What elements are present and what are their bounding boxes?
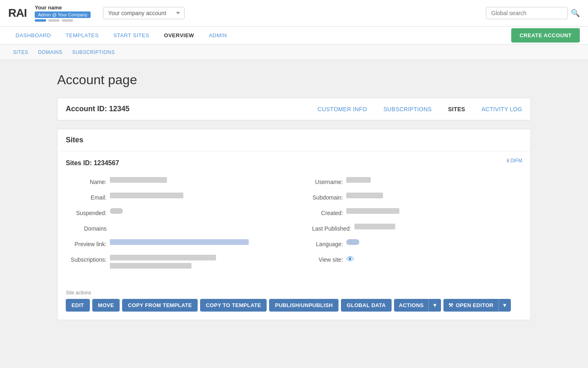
logo: RAI: [8, 7, 27, 20]
field-email-label: Email:: [66, 193, 107, 201]
move-button[interactable]: MOVE: [92, 299, 120, 312]
field-suspended-label: Suspended:: [66, 208, 107, 216]
field-language: Language:: [302, 239, 522, 247]
nav-dashboard[interactable]: DASHBOARD: [8, 27, 58, 43]
sites-card: Sites ii DIFM Sites ID: 1234567 Name:: [57, 129, 531, 320]
field-subscriptions: Subscriptions:: [66, 255, 286, 269]
tab-subscriptions[interactable]: SUBSCRIPTIONS: [383, 106, 432, 112]
nav-templates[interactable]: TEMPLATES: [58, 27, 106, 43]
user-badge: Admin @ Your Company: [35, 11, 91, 18]
field-language-label: Language:: [302, 239, 343, 247]
global-data-button[interactable]: GLOBAL DATA: [341, 299, 392, 312]
field-subscriptions-value: [110, 255, 286, 269]
user-info: Your name Admin @ Your Company: [35, 4, 91, 22]
sub-nav-subscriptions[interactable]: SUBSCRIPTIONS: [67, 46, 120, 58]
user-name: Your name: [35, 4, 91, 11]
sub-nav: SITES DOMAINS SUBSCRIPTIONS: [0, 45, 588, 60]
field-created-label: Created:: [302, 208, 343, 216]
field-subdomain-value: [346, 193, 383, 198]
search-input[interactable]: [486, 7, 568, 19]
field-view-site: View site: 👁: [302, 255, 522, 264]
sites-id: Sites ID: 1234567: [66, 159, 522, 167]
fields-right: Username: Subdomain: Created:: [302, 177, 522, 269]
tab-activity-log[interactable]: ACTIVITY LOG: [481, 106, 522, 112]
search-icon[interactable]: 🔍: [571, 9, 580, 18]
nav-bar: DASHBOARD TEMPLATES START SITES OVERVIEW…: [0, 27, 588, 45]
nav-links: DASHBOARD TEMPLATES START SITES OVERVIEW…: [8, 27, 511, 43]
search-container: 🔍: [486, 7, 580, 19]
field-last-published-label: Last Published:: [302, 224, 351, 232]
company-select[interactable]: Your company account: [103, 7, 185, 19]
account-id: Account ID: 12345: [66, 105, 318, 113]
field-subscriptions-label: Subscriptions:: [66, 255, 107, 263]
dot-2: [48, 19, 60, 22]
wrench-icon: ⚒: [448, 302, 453, 308]
open-editor-label: ⚒ OPEN EDITOR: [443, 299, 499, 312]
actions-dropdown-button[interactable]: ACTIONS ▼: [394, 299, 441, 312]
field-email-value: [110, 193, 183, 198]
nav-overview[interactable]: OVERVIEW: [157, 27, 202, 43]
field-created-value: [346, 208, 399, 214]
field-preview-value[interactable]: [110, 239, 249, 245]
field-last-published-value: [354, 224, 395, 229]
fields-grid: Name: Email: Suspended:: [66, 177, 522, 269]
copy-to-template-button[interactable]: COPY TO TEMPLATE: [200, 299, 267, 312]
sites-card-title: Sites: [58, 129, 530, 151]
field-username-value: [346, 177, 371, 183]
account-card: Account ID: 12345 CUSTOMER INFO SUBSCRIP…: [57, 98, 531, 121]
field-name-label: Name:: [66, 177, 107, 185]
publish-unpublish-button[interactable]: PUBLISH/UNPUBLISH: [269, 299, 339, 312]
open-editor-button[interactable]: ⚒ OPEN EDITOR ▼: [443, 299, 511, 312]
field-name-value: [110, 177, 167, 183]
account-card-header: Account ID: 12345 CUSTOMER INFO SUBSCRIP…: [58, 98, 530, 120]
field-subdomain-label: Subdomain:: [302, 193, 343, 201]
field-preview-label: Preview link:: [66, 239, 107, 247]
nav-admin[interactable]: ADMIN: [201, 27, 234, 43]
sub-bar-2: [110, 263, 192, 269]
sub-bar-1: [110, 255, 216, 260]
actions-dropdown-arrow[interactable]: ▼: [428, 299, 441, 312]
field-domains-label: Domains: [66, 224, 107, 232]
dot-3: [62, 19, 73, 22]
field-name: Name:: [66, 177, 286, 185]
field-username: Username:: [302, 177, 522, 185]
field-suspended: Suspended:: [66, 208, 286, 216]
top-header: RAI Your name Admin @ Your Company Your …: [0, 0, 588, 27]
page-title: Account page: [57, 72, 531, 88]
field-domains: Domains: [66, 224, 286, 232]
create-account-button[interactable]: CREATE ACCOUNT: [511, 28, 580, 43]
site-actions-label: Site actions: [58, 285, 530, 299]
field-language-toggle[interactable]: [346, 239, 359, 245]
page-content: Account page Account ID: 12345 CUSTOMER …: [0, 60, 588, 337]
actions-dropdown-label: ACTIONS: [394, 299, 429, 312]
sites-content: ii DIFM Sites ID: 1234567 Name: Em: [58, 151, 530, 285]
copy-from-template-button[interactable]: COPY FROM TEMPLATE: [122, 299, 198, 312]
field-preview-link: Preview link:: [66, 239, 286, 247]
field-suspended-toggle[interactable]: [110, 208, 123, 214]
account-tabs: CUSTOMER INFO SUBSCRIPTIONS SITES ACTIVI…: [318, 106, 522, 112]
view-site-icon[interactable]: 👁: [346, 255, 354, 264]
field-subdomain: Subdomain:: [302, 193, 522, 201]
field-last-published: Last Published:: [302, 224, 522, 232]
user-dots: [35, 19, 91, 22]
tab-sites[interactable]: SITES: [448, 106, 465, 112]
field-view-site-label: View site:: [302, 255, 343, 263]
sub-nav-domains[interactable]: DOMAINS: [33, 46, 67, 58]
site-actions-buttons: EDIT MOVE COPY FROM TEMPLATE COPY TO TEM…: [58, 299, 530, 320]
field-username-label: Username:: [302, 177, 343, 185]
sub-nav-sites[interactable]: SITES: [8, 46, 33, 58]
tab-customer-info[interactable]: CUSTOMER INFO: [318, 106, 367, 112]
edit-button[interactable]: EDIT: [66, 299, 90, 312]
difm-badge: ii DIFM: [507, 158, 522, 164]
fields-left: Name: Email: Suspended:: [66, 177, 286, 269]
field-created: Created:: [302, 208, 522, 216]
dot-1: [35, 19, 46, 22]
nav-start-sites[interactable]: START SITES: [106, 27, 157, 43]
open-editor-arrow[interactable]: ▼: [499, 299, 511, 312]
field-email: Email:: [66, 193, 286, 201]
